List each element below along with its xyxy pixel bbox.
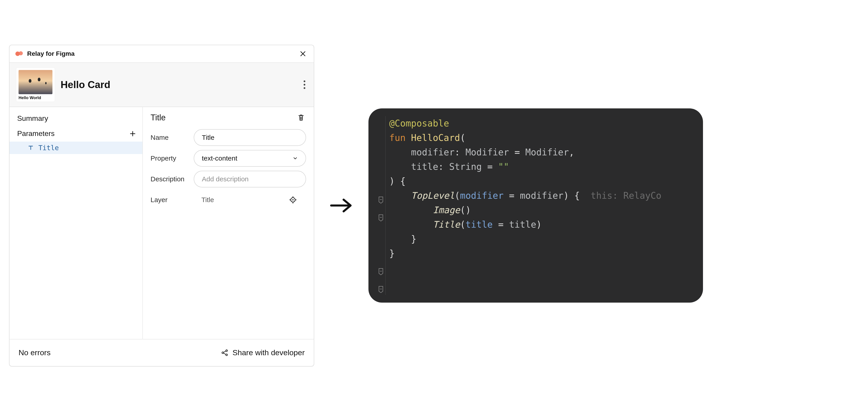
code-keyword: fun <box>389 133 405 143</box>
delete-button[interactable] <box>296 112 306 123</box>
close-icon <box>299 50 307 57</box>
name-value: Title <box>202 134 215 141</box>
component-header: Hello World Hello Card <box>9 63 314 107</box>
code-call: TopLevel <box>411 191 455 201</box>
description-input[interactable]: Add description <box>194 171 306 187</box>
locate-layer-button[interactable] <box>287 195 298 205</box>
code-type: Modifier <box>465 147 509 158</box>
property-label: Property <box>151 155 192 162</box>
parameter-item-label: Title <box>38 144 59 152</box>
code-param: title <box>411 162 438 172</box>
share-label: Share with developer <box>232 348 305 357</box>
trash-icon <box>298 114 305 122</box>
svg-point-2 <box>304 80 305 82</box>
fold-marker-icon <box>378 196 384 204</box>
more-vertical-icon <box>303 80 306 89</box>
parameter-item-title[interactable]: Title <box>9 142 143 154</box>
code-arg: title <box>509 219 536 230</box>
target-icon <box>289 196 297 204</box>
fold-marker-icon <box>378 214 384 222</box>
field-description: Description Add description <box>151 171 306 187</box>
code-eq: = <box>487 162 493 172</box>
thumbnail-image <box>19 70 53 94</box>
code-hint: this: RelayCo <box>591 191 661 201</box>
layer-value: Title <box>202 196 214 204</box>
component-title: Hello Card <box>61 79 296 90</box>
svg-point-9 <box>225 354 227 355</box>
code-call: Image <box>433 205 460 215</box>
code-annotation: @Composable <box>389 118 449 129</box>
transform-arrow <box>328 197 355 214</box>
add-parameter-button[interactable] <box>128 129 137 138</box>
text-icon <box>28 144 34 151</box>
field-layer: Layer Title <box>151 192 306 208</box>
property-select[interactable]: text-content <box>194 150 306 167</box>
plus-icon <box>129 130 136 137</box>
code-param: modifier <box>411 147 455 158</box>
parameters-section: Parameters <box>9 126 143 142</box>
sidebar: Summary Parameters Title <box>9 107 143 339</box>
code-call: Title <box>433 219 460 230</box>
svg-point-8 <box>225 350 227 351</box>
layer-value-row: Title <box>194 192 306 208</box>
close-button[interactable] <box>298 49 308 59</box>
name-input[interactable]: Title <box>194 129 306 146</box>
name-label: Name <box>151 134 192 141</box>
svg-point-3 <box>304 84 305 85</box>
svg-point-4 <box>304 87 305 89</box>
component-thumbnail: Hello World <box>16 68 55 102</box>
code-eq: = <box>515 147 520 158</box>
code-block: @Composable fun HelloCard( modifier: Mod… <box>368 108 703 303</box>
relay-logo-icon <box>16 51 24 57</box>
share-button[interactable]: Share with developer <box>221 348 305 357</box>
status-text: No errors <box>19 348 51 357</box>
code-gutter <box>373 116 385 295</box>
code-default: Modifier <box>525 147 569 158</box>
field-name: Name Title <box>151 129 306 146</box>
summary-section[interactable]: Summary <box>9 111 143 126</box>
relay-panel: Relay for Figma Hello World Hello Card S… <box>9 45 314 367</box>
code-named-arg: modifier <box>460 191 504 201</box>
field-property: Property text-content <box>151 150 306 167</box>
property-value: text-content <box>202 155 237 162</box>
fold-marker-icon <box>378 286 384 293</box>
chevron-down-icon <box>292 156 298 161</box>
code-content: @Composable fun HelloCard( modifier: Mod… <box>385 116 661 295</box>
arrow-right-icon <box>329 197 354 214</box>
code-named-arg: title <box>465 219 493 230</box>
code-type: String <box>449 162 482 172</box>
detail-pane: Title Name Title Property <box>143 107 314 339</box>
more-button[interactable] <box>302 79 307 91</box>
share-icon <box>221 349 228 356</box>
svg-point-7 <box>222 352 223 353</box>
panel-footer: No errors Share with developer <box>9 339 314 366</box>
layer-label: Layer <box>151 196 192 204</box>
description-label: Description <box>151 175 192 183</box>
detail-title: Title <box>151 113 166 123</box>
panel-body: Summary Parameters Title Title <box>9 107 314 339</box>
code-string: "" <box>498 162 509 172</box>
description-placeholder: Add description <box>202 175 249 183</box>
parameters-label: Parameters <box>17 129 55 138</box>
plugin-name: Relay for Figma <box>27 50 74 57</box>
thumbnail-caption: Hello World <box>19 94 53 100</box>
code-arg: modifier <box>520 191 563 201</box>
svg-point-1 <box>19 51 23 55</box>
panel-titlebar: Relay for Figma <box>9 45 314 63</box>
code-fn-name: HelloCard <box>411 133 460 143</box>
svg-point-6 <box>292 199 293 200</box>
fold-marker-icon <box>378 268 384 275</box>
